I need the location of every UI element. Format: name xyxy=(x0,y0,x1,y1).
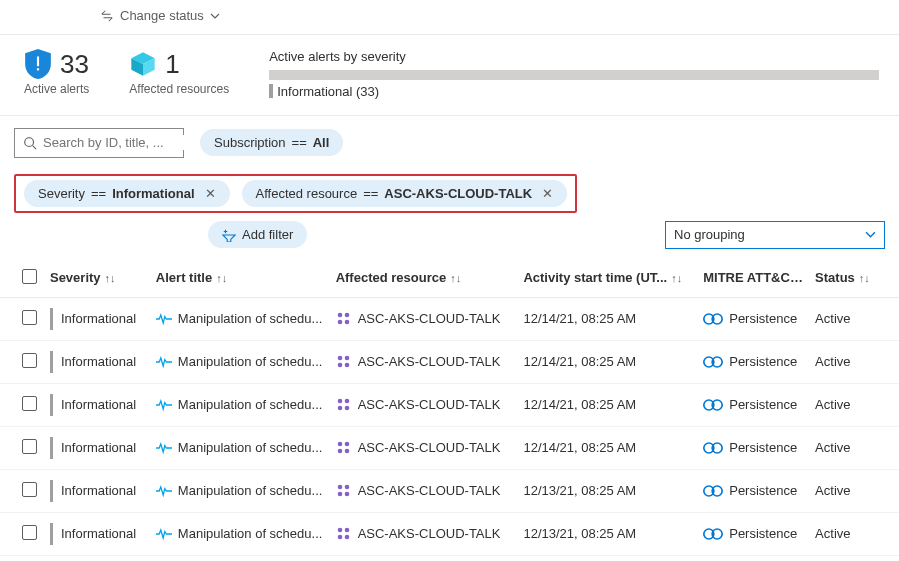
resource-cell: ASC-AKS-CLOUD-TALK xyxy=(336,483,524,499)
col-header-resource[interactable]: Affected resource↑↓ xyxy=(336,270,524,285)
active-alerts-count: 33 xyxy=(60,49,89,80)
severity-indicator xyxy=(50,480,53,502)
sort-icon: ↑↓ xyxy=(671,272,682,284)
resource-name: ASC-AKS-CLOUD-TALK xyxy=(358,354,501,369)
col-header-time[interactable]: Activity start time (UT...↑↓ xyxy=(523,270,703,285)
change-status-button[interactable]: Change status xyxy=(100,8,220,23)
severity-bar xyxy=(269,70,879,80)
severity-breakdown-text: Informational (33) xyxy=(277,84,379,99)
svg-point-2 xyxy=(25,137,34,146)
resource-cell: ASC-AKS-CLOUD-TALK xyxy=(336,311,524,327)
row-checkbox[interactable] xyxy=(22,353,37,368)
mitre-cell: Persistence xyxy=(703,526,815,542)
mitre-tactic: Persistence xyxy=(729,354,797,369)
table-row[interactable]: InformationalManipulation of schedu...AS… xyxy=(0,341,899,384)
resource-name: ASC-AKS-CLOUD-TALK xyxy=(358,311,501,326)
svg-point-13 xyxy=(344,362,349,367)
filter-pill-subscription[interactable]: Subscription == All xyxy=(200,129,343,156)
persistence-icon xyxy=(703,354,723,370)
select-all-checkbox[interactable] xyxy=(22,269,37,284)
cluster-icon xyxy=(336,397,352,413)
add-filter-icon xyxy=(222,228,236,242)
table-row[interactable]: InformationalManipulation of schedu...AS… xyxy=(0,427,899,470)
chevron-down-icon xyxy=(865,229,876,240)
filter-value: ASC-AKS-CLOUD-TALK xyxy=(384,186,532,201)
col-header-mitre[interactable]: MITRE ATT&CK... xyxy=(703,270,815,285)
active-alerts-stat: 33 Active alerts xyxy=(24,49,89,96)
activity-time: 12/14/21, 08:25 AM xyxy=(523,397,703,412)
svg-point-11 xyxy=(344,355,349,360)
add-filter-button[interactable]: Add filter xyxy=(208,221,307,248)
cluster-icon xyxy=(336,440,352,456)
sort-icon: ↑↓ xyxy=(105,272,116,284)
table-row[interactable]: InformationalManipulation of schedu...AS… xyxy=(0,556,899,562)
activity-time: 12/14/21, 08:25 AM xyxy=(523,354,703,369)
search-input[interactable] xyxy=(14,128,184,158)
mitre-cell: Persistence xyxy=(703,483,815,499)
alerts-table: Severity↑↓ Alert title↑↓ Affected resour… xyxy=(0,261,899,562)
svg-point-7 xyxy=(344,319,349,324)
chevron-down-icon xyxy=(210,11,220,21)
table-row[interactable]: InformationalManipulation of schedu...AS… xyxy=(0,298,899,341)
persistence-icon xyxy=(703,483,723,499)
alert-title: Manipulation of schedu... xyxy=(178,440,323,455)
cluster-icon xyxy=(336,483,352,499)
change-status-label: Change status xyxy=(120,8,204,23)
resource-cell: ASC-AKS-CLOUD-TALK xyxy=(336,397,524,413)
status-value: Active xyxy=(815,483,885,498)
row-checkbox[interactable] xyxy=(22,439,37,454)
close-icon[interactable]: ✕ xyxy=(542,186,553,201)
col-header-severity[interactable]: Severity↑↓ xyxy=(50,270,156,285)
cluster-icon xyxy=(336,354,352,370)
svg-rect-0 xyxy=(37,57,39,67)
close-icon[interactable]: ✕ xyxy=(205,186,216,201)
mitre-tactic: Persistence xyxy=(729,397,797,412)
svg-line-3 xyxy=(33,145,37,149)
table-row[interactable]: InformationalManipulation of schedu...AS… xyxy=(0,384,899,427)
alert-title-cell: Manipulation of schedu... xyxy=(156,483,336,498)
svg-point-12 xyxy=(337,362,342,367)
svg-point-16 xyxy=(337,398,342,403)
severity-value: Informational xyxy=(61,526,144,541)
change-status-icon xyxy=(100,9,114,23)
highlighted-filters: Severity == Informational ✕ Affected res… xyxy=(14,174,577,213)
search-field[interactable] xyxy=(43,135,211,150)
filter-pill-resource[interactable]: Affected resource == ASC-AKS-CLOUD-TALK … xyxy=(242,180,568,207)
severity-value: Informational xyxy=(61,311,144,326)
mitre-tactic: Persistence xyxy=(729,440,797,455)
table-header: Severity↑↓ Alert title↑↓ Affected resour… xyxy=(0,261,899,298)
pulse-icon xyxy=(156,441,172,455)
svg-point-5 xyxy=(344,312,349,317)
mitre-cell: Persistence xyxy=(703,397,815,413)
alert-title: Manipulation of schedu... xyxy=(178,483,323,498)
svg-point-34 xyxy=(337,527,342,532)
row-checkbox[interactable] xyxy=(22,396,37,411)
row-checkbox[interactable] xyxy=(22,482,37,497)
mitre-tactic: Persistence xyxy=(729,526,797,541)
grouping-value: No grouping xyxy=(674,227,745,242)
activity-time: 12/14/21, 08:25 AM xyxy=(523,311,703,326)
status-value: Active xyxy=(815,397,885,412)
cluster-icon xyxy=(336,526,352,542)
affected-resources-count: 1 xyxy=(165,49,179,80)
table-row[interactable]: InformationalManipulation of schedu...AS… xyxy=(0,513,899,556)
grouping-dropdown[interactable]: No grouping xyxy=(665,221,885,249)
activity-time: 12/13/21, 08:25 AM xyxy=(523,526,703,541)
alert-title-cell: Manipulation of schedu... xyxy=(156,397,336,412)
svg-point-31 xyxy=(344,491,349,496)
filter-op: == xyxy=(363,186,378,201)
filter-value: All xyxy=(313,135,330,150)
filter-pill-severity[interactable]: Severity == Informational ✕ xyxy=(24,180,230,207)
status-value: Active xyxy=(815,354,885,369)
mitre-tactic: Persistence xyxy=(729,483,797,498)
search-icon xyxy=(23,136,37,150)
svg-point-30 xyxy=(337,491,342,496)
affected-resources-stat: 1 Affected resources xyxy=(129,49,229,96)
table-row[interactable]: InformationalManipulation of schedu...AS… xyxy=(0,470,899,513)
svg-point-24 xyxy=(337,448,342,453)
col-header-title[interactable]: Alert title↑↓ xyxy=(156,270,336,285)
row-checkbox[interactable] xyxy=(22,310,37,325)
row-checkbox[interactable] xyxy=(22,525,37,540)
mitre-tactic: Persistence xyxy=(729,311,797,326)
col-header-status[interactable]: Status↑↓ xyxy=(815,270,885,285)
